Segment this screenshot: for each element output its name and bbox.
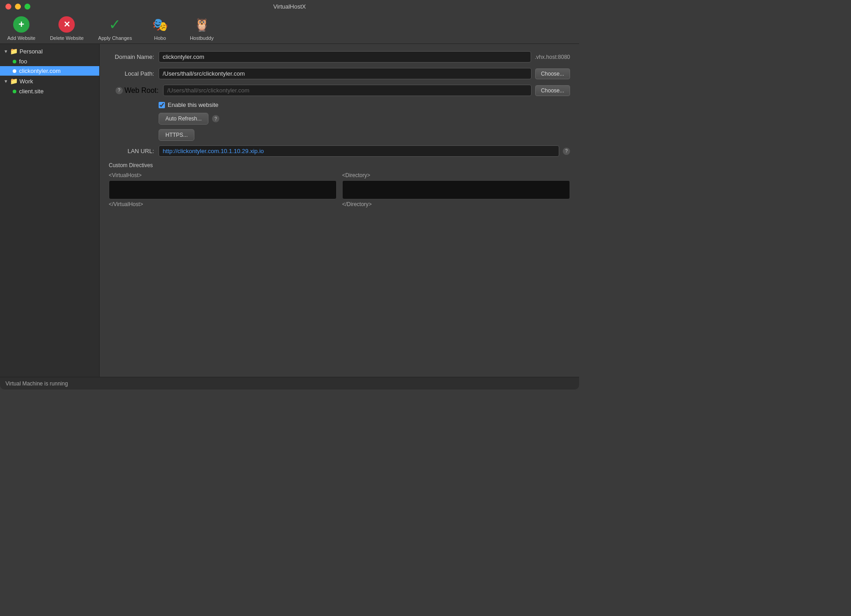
status-bar: Virtual Machine is running [0,377,579,390]
sidebar-item-foo-label: foo [19,58,27,65]
sidebar-item-clickontyler[interactable]: clickontyler.com [0,66,99,76]
delete-circle-icon: ✕ [58,16,75,33]
add-icon: + [12,15,30,34]
lan-url-row: LAN URL: ? [109,145,570,157]
status-dot-clickontyler [13,69,16,73]
enable-website-row: Enable this website [159,101,570,108]
delete-website-label: Delete Website [50,35,83,41]
maximize-button[interactable] [24,4,30,10]
auto-refresh-row: Auto Refresh... ? [159,113,570,125]
web-root-label-area: ? Web Root: [109,87,159,95]
directory-open-label: <Directory> [342,172,570,178]
add-website-button[interactable]: + Add Website [7,15,35,41]
custom-directives-label: Custom Directives [109,162,570,168]
directory-close-label: </Directory> [342,201,570,207]
lan-url-help-icon[interactable]: ? [563,148,570,155]
virtual-host-open-label: <VirtualHost> [109,172,337,178]
hostbuddy-label: Hostbuddy [190,35,214,41]
sidebar-item-clientsite[interactable]: client.site [0,87,99,96]
sidebar-group-work[interactable]: ▼ 📁 Work [0,76,99,87]
directory-block: <Directory> </Directory> [342,172,570,207]
local-path-choose-button[interactable]: Choose... [535,68,570,79]
status-text: Virtual Machine is running [5,380,68,387]
chevron-down-icon-work: ▼ [4,79,8,84]
apply-changes-button[interactable]: ✓ Apply Changes [98,15,132,41]
close-button[interactable] [5,4,11,10]
minimize-button[interactable] [15,4,21,10]
domain-name-input[interactable] [159,51,531,63]
sidebar: ▼ 📁 Personal foo clickontyler.com ▼ 📁 Wo… [0,44,100,377]
virtual-host-close-label: </VirtualHost> [109,201,337,207]
enable-website-label: Enable this website [168,101,218,108]
directory-textarea[interactable] [342,180,570,199]
https-row: HTTPS... [159,129,570,141]
lan-url-input[interactable] [159,145,559,157]
status-dot-foo [13,60,16,63]
add-circle-icon: + [13,16,29,33]
checkmark-icon: ✓ [109,16,121,33]
folder-icon-work: 📁 [10,77,18,85]
virtual-host-textarea[interactable] [109,180,337,199]
chevron-down-icon: ▼ [4,49,8,54]
sidebar-item-clientsite-label: client.site [19,88,44,95]
web-root-help-icon[interactable]: ? [116,87,123,94]
https-button[interactable]: HTTPS... [159,129,194,141]
sidebar-group-personal[interactable]: ▼ 📁 Personal [0,46,99,57]
sidebar-item-clickontyler-label: clickontyler.com [19,67,61,74]
local-path-label: Local Path: [109,70,154,77]
hostbuddy-icon: 🦉 [193,15,211,34]
delete-website-button[interactable]: ✕ Delete Website [50,15,83,41]
sidebar-group-work-label: Work [19,78,33,85]
title-bar: VirtualHostX [0,0,579,13]
delete-icon: ✕ [58,15,76,34]
apply-changes-label: Apply Changes [98,35,132,41]
hostbuddy-button[interactable]: 🦉 Hostbuddy [188,15,215,41]
hobo-label: Hobo [154,35,166,41]
auto-refresh-help-icon[interactable]: ? [212,115,219,122]
apply-icon: ✓ [106,15,124,34]
main-content: ▼ 📁 Personal foo clickontyler.com ▼ 📁 Wo… [0,44,579,377]
domain-name-row: Domain Name: .vhx.host:8080 [109,51,570,63]
web-root-row: ? Web Root: Choose... [109,85,570,96]
directives-grid: <VirtualHost> </VirtualHost> <Directory>… [109,172,570,207]
add-website-label: Add Website [7,35,35,41]
sidebar-item-foo[interactable]: foo [0,57,99,66]
web-root-label: Web Root: [125,87,159,95]
local-path-input[interactable] [159,68,532,79]
local-path-row: Local Path: Choose... [109,68,570,79]
lan-url-label: LAN URL: [109,148,154,154]
hobo-button[interactable]: 🎭 Hobo [146,15,174,41]
virtual-host-block: <VirtualHost> </VirtualHost> [109,172,337,207]
window-controls[interactable] [5,4,30,10]
sidebar-group-personal-label: Personal [19,48,43,55]
enable-website-checkbox[interactable] [159,102,165,108]
window-title: VirtualHostX [273,3,306,10]
content-area: Domain Name: .vhx.host:8080 Local Path: … [100,44,579,377]
domain-name-suffix: .vhx.host:8080 [535,54,570,60]
web-root-choose-button[interactable]: Choose... [535,85,570,96]
hobo-icon: 🎭 [151,15,169,34]
auto-refresh-button[interactable]: Auto Refresh... [159,113,208,125]
folder-icon: 📁 [10,48,18,55]
toolbar: + Add Website ✕ Delete Website ✓ Apply C… [0,13,579,44]
web-root-input[interactable] [163,85,532,96]
status-dot-clientsite [13,90,16,93]
domain-name-label: Domain Name: [109,53,154,60]
